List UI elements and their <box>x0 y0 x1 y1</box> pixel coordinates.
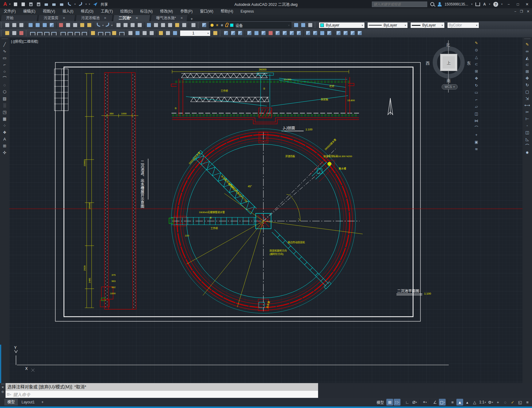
autodesk-app-chevron-icon[interactable]: ▾ <box>489 3 490 6</box>
toolbar-grip[interactable] <box>315 22 317 28</box>
menu-edit[interactable]: 编辑(E) <box>19 8 39 15</box>
batch-plot-icon[interactable] <box>41 22 48 28</box>
array-icon[interactable]: ⊞ <box>524 68 531 75</box>
dim-angular-icon[interactable] <box>81 30 87 36</box>
layer-unlock-icon[interactable] <box>225 25 228 27</box>
open-file-icon[interactable] <box>21 2 26 7</box>
match-properties-icon[interactable] <box>79 22 85 28</box>
circle-tool-icon[interactable]: ○ <box>1 68 8 75</box>
array-tool-icon[interactable]: ⊞ <box>1 143 8 149</box>
toolbar-grip[interactable] <box>220 30 222 36</box>
undo-chevron-icon[interactable]: ▾ <box>102 24 104 27</box>
rectangle-tool-icon[interactable]: ▭ <box>1 55 8 61</box>
annotation-visibility-toggle[interactable]: ▲ <box>456 399 463 406</box>
rotate-icon[interactable]: ↻ <box>524 82 531 89</box>
hatch-tool-icon[interactable]: ▨ <box>1 95 8 102</box>
break-icon[interactable]: ◫ <box>473 110 479 117</box>
block-tool-icon[interactable]: ❖ <box>1 129 8 136</box>
tab-close-icon[interactable]: ✕ <box>180 15 183 21</box>
layer-properties-icon[interactable] <box>201 22 207 28</box>
help-icon[interactable] <box>190 22 197 28</box>
fillet-icon[interactable]: + <box>473 132 479 139</box>
ellipse-tool-icon[interactable]: ◌ <box>1 82 8 89</box>
point-tool-icon[interactable]: ⁘ <box>1 122 8 129</box>
menu-help[interactable]: 帮助(H) <box>217 8 237 15</box>
ortho-toggle[interactable]: ∟ <box>404 399 411 406</box>
toolbar-grip[interactable] <box>1 22 3 28</box>
search-input[interactable] <box>372 2 427 7</box>
viewcube-east[interactable]: 东 <box>467 60 471 66</box>
join-icon[interactable]: ⋈ <box>473 117 479 125</box>
toolbar-grip[interactable] <box>1 30 3 36</box>
zoom-realtime-icon[interactable] <box>122 22 129 28</box>
dim-aligned-icon[interactable] <box>36 30 42 36</box>
tab-baoqichi[interactable]: 曝气池水施*✕ <box>151 15 188 21</box>
crosshair-icon[interactable]: + <box>495 399 501 406</box>
stretch-icon[interactable]: ⇲ <box>524 95 531 102</box>
share-label[interactable]: 共享 <box>100 2 108 7</box>
dim-jogged-icon[interactable] <box>66 30 73 36</box>
autocad-logo-icon[interactable]: A <box>1 1 9 7</box>
markup-icon[interactable] <box>174 22 180 28</box>
menu-modify[interactable]: 修改(M) <box>156 8 177 15</box>
dim-edit-icon[interactable] <box>141 30 148 36</box>
break-icon[interactable] <box>319 30 325 36</box>
edit-text-icon[interactable] <box>4 30 10 36</box>
arc-tool-icon[interactable]: ⌒ <box>1 75 8 82</box>
explode-icon[interactable] <box>335 30 342 36</box>
offset-icon[interactable]: ⊂ <box>473 61 479 68</box>
new-tab-button[interactable]: + <box>191 17 193 21</box>
toolbar-grip[interactable] <box>2 38 7 40</box>
undo-icon[interactable] <box>95 22 102 28</box>
scale-icon[interactable]: ▭ <box>473 89 479 96</box>
scale-icon[interactable] <box>267 30 274 36</box>
blend-icon[interactable]: ≋ <box>473 146 479 153</box>
tab-close-icon[interactable]: ✕ <box>63 15 65 21</box>
color-combo[interactable]: ByLayer ▾ <box>319 22 365 28</box>
toolbar-grip[interactable] <box>525 38 530 40</box>
new-file-icon[interactable] <box>13 2 18 7</box>
print-icon[interactable] <box>59 2 65 7</box>
break-point-icon[interactable]: ◦ <box>524 122 531 129</box>
clean-screen-icon[interactable]: ◱ <box>517 399 523 406</box>
tab-wuninongsuochi[interactable]: 污泥浓缩池✕ <box>76 15 113 21</box>
model-space-label[interactable]: 模型 <box>376 400 384 405</box>
region-tool-icon[interactable]: ◳ <box>1 109 8 116</box>
match-icon[interactable]: ⊙ <box>473 47 479 54</box>
move-icon[interactable] <box>253 30 260 36</box>
redo-chevron-icon[interactable]: ▾ <box>85 3 87 6</box>
tool-palettes-icon[interactable] <box>160 22 166 28</box>
tab-start[interactable]: 开始 <box>1 15 38 21</box>
grid-toggle[interactable]: ⊞ <box>386 399 393 406</box>
spell-check-icon[interactable] <box>11 30 18 36</box>
layer-on-icon[interactable] <box>211 24 214 27</box>
command-panel-grip[interactable]: ✕ ⚙ <box>0 383 6 398</box>
open-icon[interactable] <box>11 22 18 28</box>
dim-style-edit-icon[interactable] <box>212 30 219 36</box>
viewcube[interactable]: 北 南 西 东 上 <box>431 43 467 89</box>
tab-erchenchi-active[interactable]: 二沉池*✕ <box>113 15 151 21</box>
erase-icon[interactable]: ✎ <box>524 41 531 48</box>
customization-menu-icon[interactable]: ≡ <box>524 399 531 406</box>
qat-customize-chevron-icon[interactable]: ▾ <box>89 3 90 6</box>
tab-close-icon[interactable]: ✕ <box>104 15 106 21</box>
doc-restore-button[interactable]: ❐ <box>520 10 523 14</box>
doc-minimize-button[interactable]: − <box>514 10 516 14</box>
menu-draw[interactable]: 绘图(D) <box>116 8 136 15</box>
osnap-toggle[interactable]: ▢▾ <box>439 399 446 406</box>
line-tool-icon[interactable]: ╱ <box>1 41 8 48</box>
logo-chevron-icon[interactable]: ▾ <box>9 3 10 6</box>
otrack-toggle[interactable]: ⌖▾ <box>421 399 428 406</box>
toolbar-grip[interactable] <box>26 30 28 36</box>
linetype-combo[interactable]: ByLayer ▾ <box>367 22 408 28</box>
calculator-icon[interactable] <box>181 22 187 28</box>
menu-express[interactable]: Express <box>237 8 258 15</box>
redo-icon[interactable] <box>104 22 111 28</box>
menu-insert[interactable]: 插入(I) <box>59 8 77 15</box>
minimize-button[interactable]: − <box>506 2 512 6</box>
sheetset-icon[interactable] <box>167 22 173 28</box>
save-as-icon[interactable] <box>36 2 41 7</box>
dim-break-icon[interactable] <box>118 30 124 36</box>
command-options-icon[interactable]: ⊡▾ <box>7 392 11 396</box>
doc-close-button[interactable]: ✕ <box>527 10 530 14</box>
